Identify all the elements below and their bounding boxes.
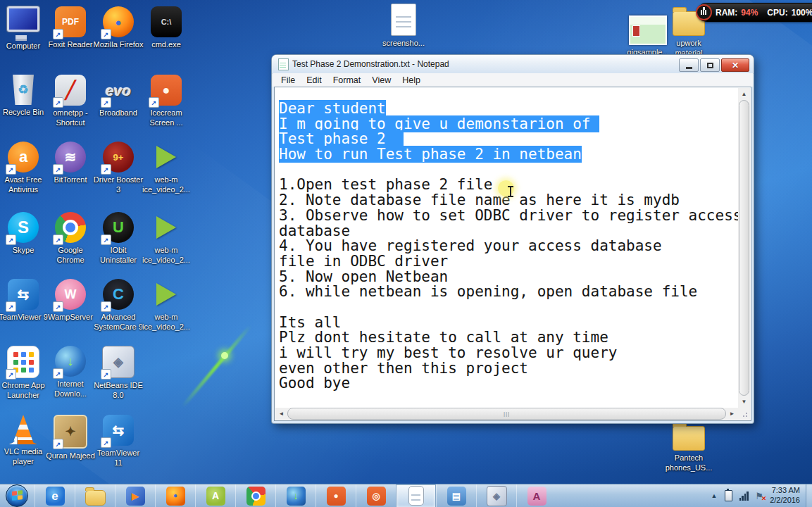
desktop-icon-foxit-reader[interactable]: PDF↗Foxit Reader [44, 6, 96, 50]
netbeans-ide-8-label: NetBeans IDE 8.0 [92, 381, 144, 401]
menu-file[interactable]: File [275, 75, 301, 86]
battery-icon[interactable] [725, 490, 732, 501]
taskbar-item-netbeans[interactable]: ◈ [476, 484, 516, 507]
desktop-icon-iobit-uninstaller[interactable]: U↗IObit Uninstaller [92, 212, 144, 265]
shortcut-arrow-icon: ↗ [101, 97, 111, 108]
taskbar-item-windows-explorer[interactable] [75, 484, 115, 507]
shortcut-arrow-icon: ↗ [149, 97, 159, 108]
desktop-icon-teamviewer-9[interactable]: ⇆↗TeamViewer 9 [0, 279, 49, 323]
horizontal-scrollbar-thumb[interactable]: ||| [287, 408, 726, 420]
show-desktop-button[interactable] [806, 484, 812, 507]
chrome-app-launcher-icon: ↗ [7, 346, 39, 378]
network-signal-icon[interactable] [739, 491, 749, 501]
scroll-up-arrow-icon[interactable]: ▲ [738, 88, 750, 100]
cleaner-icon [696, 4, 712, 20]
taskbar-item-icecream-screenshot[interactable]: ◎ [356, 484, 396, 507]
shortcut-arrow-icon: ↗ [53, 234, 63, 245]
taskbar-item-chrome[interactable] [235, 484, 275, 507]
start-button[interactable] [6, 484, 28, 507]
desktop-icon-omnetpp[interactable]: ╱↗omnetpp - Shortcut [44, 75, 96, 128]
action-center-flag-icon[interactable]: ⚑✕ [756, 492, 764, 501]
vlc-media-player-label: VLC media player [0, 447, 49, 467]
desktop-icon-bittorrent[interactable]: ≋↗BitTorrent [44, 142, 96, 185]
desktop-icon-pantech-phones[interactable]: Pantech phones_US... [663, 420, 715, 473]
desktop-icon-driver-booster-3[interactable]: 9+↗Driver Booster 3 [92, 142, 144, 195]
selected-text: Test phase 2 [279, 130, 404, 147]
chrome-icon [246, 487, 266, 506]
ram-cpu-monitor-widget[interactable]: RAM: 94% CPU: 100% + [697, 3, 812, 22]
notepad-icon [278, 58, 289, 70]
menu-edit[interactable]: Edit [301, 75, 327, 86]
desktop-icon-recycle-bin[interactable]: ♻Recycle Bin [0, 75, 49, 118]
desktop-icon-chrome-app-launcher[interactable]: ↗Chrome App Launcher [0, 346, 49, 401]
scroll-down-arrow-icon[interactable]: ▼ [738, 396, 750, 408]
vertical-scrollbar[interactable]: ▲ ▼ [738, 88, 750, 408]
desktop-icon-cmd[interactable]: C:\cmd.exe [140, 6, 192, 50]
windows-explorer-icon [85, 490, 106, 506]
taskbar: e▶●A↓●◎▤◈A ▲ ⚑✕ 7:33 AM 2/2/2016 [0, 484, 812, 507]
desktop-icon-netbeans-ide-8[interactable]: ◈↗NetBeans IDE 8.0 [92, 346, 144, 401]
webm-ice-video-2-icon [151, 212, 182, 243]
menu-view[interactable]: View [366, 75, 396, 86]
quran-majeed-label: Quran Majeed [46, 451, 95, 461]
scroll-right-arrow-icon[interactable]: ► [726, 408, 738, 420]
desktop-icon-google-chrome[interactable]: ↗Google Chrome [44, 212, 96, 265]
desktop-icon-internet-download-manager[interactable]: ↓↗Internet Downlo... [44, 346, 96, 399]
desktop-icon-avast-free-antivirus[interactable]: a↗Avast Free Antivirus [0, 142, 49, 195]
advanced-systemcare-9-icon: C↗ [103, 279, 134, 310]
taskbar-item-windows-media-player[interactable]: ▶ [115, 484, 155, 507]
show-hidden-icons-button[interactable]: ▲ [711, 492, 718, 499]
close-icon: ✕ [732, 61, 739, 70]
notepad-text-area[interactable]: Dear studentI m going to give u demonsta… [275, 88, 738, 408]
wampserver-label: WampServer [48, 313, 93, 323]
taskbar-item-android-studio[interactable]: A [195, 484, 235, 507]
desktop-icon-computer[interactable]: Computer [0, 6, 49, 51]
text-cursor [508, 186, 513, 197]
minimize-button[interactable] [679, 58, 699, 72]
text-line [279, 300, 738, 315]
text-line: i will try my best to resolve ur query [279, 346, 738, 361]
desktop-icon-skype[interactable]: S↗Skype [0, 212, 49, 256]
cpu-label: CPU: [767, 8, 787, 18]
taskbar-item-notepad[interactable] [396, 484, 436, 507]
resize-grip[interactable] [738, 408, 750, 420]
clock-date: 2/2/2016 [770, 496, 800, 506]
android-studio-icon: A [206, 487, 225, 506]
menu-format[interactable]: Format [327, 75, 367, 86]
taskbar-item-firefox[interactable]: ● [155, 484, 195, 507]
shortcut-arrow-icon: ↗ [53, 29, 63, 39]
horizontal-scrollbar[interactable]: ◄ ||| ► [275, 408, 738, 420]
text-line: 5. Now open Netbean [279, 270, 738, 285]
desktop-icon-advanced-systemcare-9[interactable]: C↗Advanced SystemCare 9 [92, 279, 144, 332]
foxit-reader-icon: PDF↗ [55, 6, 86, 37]
desktop-icon-wampserver[interactable]: W↗WampServer [44, 279, 96, 323]
taskbar-clock[interactable]: 7:33 AM 2/2/2016 [770, 486, 800, 506]
desktop-icon-teamviewer-11[interactable]: ⇆↗TeamViewer 11 [92, 415, 144, 468]
desktop-icon-broadband[interactable]: evo↗Broadband [92, 75, 144, 118]
taskbar-item-internet-explorer[interactable]: e [35, 484, 75, 507]
desktop-icon-vlc-media-player[interactable]: ↗VLC media player [0, 415, 49, 467]
desktop-icon-mozilla-firefox[interactable]: ●↗Mozilla Firefox [92, 6, 144, 50]
cmd-label: cmd.exe [151, 40, 181, 50]
desktop-icon-webm-ice-video-1[interactable]: web-m ice_video_2... [140, 142, 192, 195]
taskbar-item-odbc-administrator[interactable]: ▤ [436, 484, 476, 507]
desktop-icon-quran-majeed[interactable]: ✦↗Quran Majeed [44, 415, 96, 461]
desktop-icon-icecream-screen-recorder[interactable]: ●↗Icecream Screen ... [140, 75, 192, 128]
clock-time: 7:33 AM [770, 486, 800, 496]
pantech-phones-icon [673, 426, 705, 451]
close-button[interactable]: ✕ [721, 58, 749, 72]
scroll-left-arrow-icon[interactable]: ◄ [275, 408, 287, 420]
menu-help[interactable]: Help [396, 75, 426, 86]
vertical-scrollbar-thumb[interactable] [739, 100, 749, 396]
shortcut-arrow-icon: ↗ [101, 301, 111, 312]
shortcut-arrow-icon: ↗ [53, 164, 63, 175]
taskbar-item-ms-access[interactable]: A [516, 484, 556, 507]
desktop-icon-screenshot-doc[interactable]: screensho... [377, 4, 430, 49]
icecream-screenshot-icon: ◎ [367, 487, 386, 506]
taskbar-item-idm[interactable]: ↓ [275, 484, 316, 507]
maximize-button[interactable] [700, 58, 720, 72]
desktop-icon-webm-ice-video-2[interactable]: web-m ice_video_2... [140, 212, 192, 265]
screenshot-doc-icon [391, 4, 416, 36]
desktop-icon-webm-ice-video-3[interactable]: web-m ice_video_2... [140, 279, 192, 332]
taskbar-item-icecream-screen-recorder[interactable]: ● [316, 484, 356, 507]
